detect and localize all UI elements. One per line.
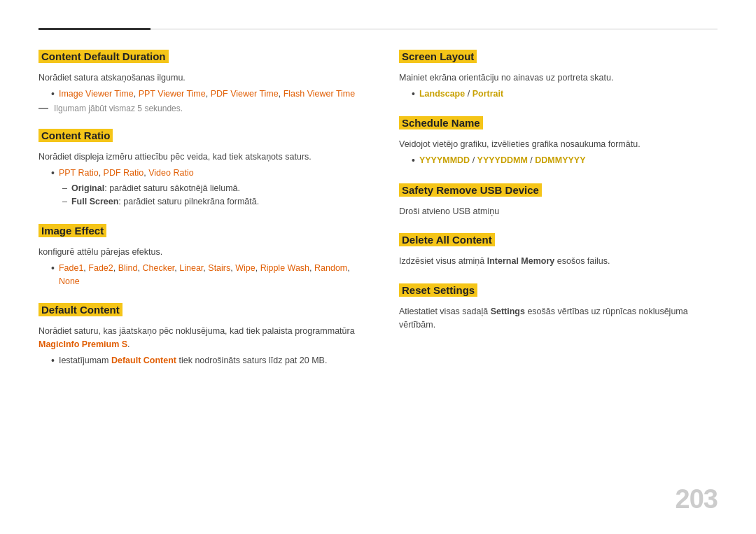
bullet-list-content-default-duration: • Image Viewer Time, PPT Viewer Time, PD… <box>51 87 357 101</box>
section-content-ratio: Content Ratio Norādiet displeja izmēru a… <box>38 129 357 209</box>
sub-text-original: Original: parādiet saturu sākotnējā liel… <box>71 182 240 195</box>
sub-item-original: – Original: parādiet saturu sākotnējā li… <box>62 182 357 195</box>
section-desc-reset-settings: Atiestatiet visas sadaļā Settings esošās… <box>399 305 718 332</box>
section-desc-default-content: Norādiet saturu, kas jāatskaņo pēc noklu… <box>38 325 357 351</box>
section-desc-safety-remove-usb: Droši atvieno USB atmiņu <box>399 205 718 218</box>
bullet-item-ratio: • PPT Ratio, PDF Ratio, Video Ratio <box>51 167 357 181</box>
bullet-dot: • <box>51 87 55 101</box>
bullet-links-screen-layout: Landscape / Portrait <box>419 87 503 101</box>
rule-light <box>150 29 718 29</box>
link-default-content: Default Content <box>111 356 176 365</box>
link-yyyyddmm: YYYYDDMM <box>477 155 528 165</box>
section-schedule-name: Schedule Name Veidojot vietējo grafiku, … <box>399 116 718 167</box>
link-flash-viewer-time: Flash Viewer Time <box>284 89 356 99</box>
bullet-text-default-content: Iestatījumam Default Content tiek nodroš… <box>59 354 327 367</box>
bullet-links: Image Viewer Time, PPT Viewer Time, PDF … <box>59 87 355 101</box>
bullet-item: • Image Viewer Time, PPT Viewer Time, PD… <box>51 87 357 101</box>
right-column: Screen Layout Mainiet ekrāna orientāciju… <box>399 50 718 506</box>
sub-text-fullscreen: Full Screen: parādiet saturu pilnekrāna … <box>71 195 259 209</box>
section-title-schedule-name: Schedule Name <box>399 116 483 129</box>
bullet-dot: • <box>51 354 55 368</box>
section-delete-all-content: Delete All Content Izdzēsiet visus atmiņ… <box>399 233 718 268</box>
sub-list-ratio: – Original: parādiet saturu sākotnējā li… <box>62 182 357 209</box>
link-ppt-viewer-time: PPT Viewer Time <box>139 89 206 99</box>
link-ddmmyyyy: DDMMYYYY <box>535 155 585 165</box>
section-title-delete-all-content: Delete All Content <box>399 233 495 246</box>
note-text-duration: Ilgumam jābūt vismaz 5 sekundes. <box>54 104 183 113</box>
left-column: Content Default Duration Norādiet satura… <box>38 50 357 506</box>
text-settings: Settings <box>491 307 525 316</box>
section-title-image-effect: Image Effect <box>38 224 106 237</box>
bullet-list-schedule-name: • YYYYMMDD / YYYYDDMM / DDMMYYYY <box>412 154 718 168</box>
section-safety-remove-usb: Safety Remove USB Device Droši atvieno U… <box>399 183 718 218</box>
page-number: 203 <box>676 484 718 514</box>
section-title-screen-layout: Screen Layout <box>399 50 477 63</box>
section-desc-screen-layout: Mainiet ekrāna orientāciju no ainavas uz… <box>399 71 718 85</box>
link-magicinfo: MagicInfo Premium S <box>38 339 127 349</box>
section-desc-content-ratio: Norādiet displeja izmēru attiecību pēc v… <box>38 150 357 164</box>
sub-item-fullscreen: – Full Screen: parādiet saturu pilnekrān… <box>62 195 357 209</box>
page-container: Content Default Duration Norādiet satura… <box>0 0 756 534</box>
bullet-item-schedule-name: • YYYYMMDD / YYYYDDMM / DDMMYYYY <box>412 154 718 168</box>
section-default-content: Default Content Norādiet saturu, kas jāa… <box>38 303 357 367</box>
note-dash-icon <box>38 108 48 109</box>
bullet-item-image-effect: • Fade1, Fade2, Blind, Checker, Linear, … <box>51 262 357 288</box>
link-portrait: Portrait <box>472 89 503 99</box>
bullet-links-ratio: PPT Ratio, PDF Ratio, Video Ratio <box>59 167 194 180</box>
section-title-default-content: Default Content <box>38 303 122 316</box>
bullet-list-default-content: • Iestatījumam Default Content tiek nodr… <box>51 354 357 368</box>
top-rule <box>38 28 718 30</box>
bullet-dot: • <box>51 262 55 276</box>
link-ppt-ratio: PPT Ratio <box>59 168 99 178</box>
sub-dash-icon: – <box>62 195 67 209</box>
two-col-layout: Content Default Duration Norādiet satura… <box>38 50 718 506</box>
section-screen-layout: Screen Layout Mainiet ekrāna orientāciju… <box>399 50 718 101</box>
section-title-content-ratio: Content Ratio <box>38 129 113 142</box>
bullet-list-content-ratio: • PPT Ratio, PDF Ratio, Video Ratio – Or… <box>51 167 357 209</box>
link-video-ratio: Video Ratio <box>148 168 193 178</box>
section-desc-delete-all-content: Izdzēsiet visus atmiņā Internal Memory e… <box>399 255 718 268</box>
section-desc-content-default-duration: Norādiet satura atskaņošanas ilgumu. <box>38 71 357 85</box>
sub-dash-icon: – <box>62 182 67 195</box>
rule-dark <box>38 28 150 30</box>
link-pdf-ratio: PDF Ratio <box>104 168 144 178</box>
section-image-effect: Image Effect konfigurē attēlu pārejas ef… <box>38 224 357 288</box>
link-landscape: Landscape <box>419 89 465 99</box>
section-title-safety-remove-usb: Safety Remove USB Device <box>399 183 542 197</box>
bullet-dot: • <box>412 87 415 101</box>
section-content-default-duration: Content Default Duration Norādiet satura… <box>38 50 357 113</box>
bullet-item-default-content: • Iestatījumam Default Content tiek nodr… <box>51 354 357 368</box>
section-desc-image-effect: konfigurē attēlu pārejas efektus. <box>38 246 357 259</box>
bullet-list-screen-layout: • Landscape / Portrait <box>412 87 718 101</box>
link-pdf-viewer-time: PDF Viewer Time <box>211 89 279 99</box>
section-reset-settings: Reset Settings Atiestatiet visas sadaļā … <box>399 283 718 332</box>
bullet-dot: • <box>51 167 55 181</box>
link-yyyymmdd: YYYYMMDD <box>419 155 470 165</box>
bullet-item-screen-layout: • Landscape / Portrait <box>412 87 718 101</box>
link-image-viewer-time: Image Viewer Time <box>59 89 134 99</box>
bullet-list-image-effect: • Fade1, Fade2, Blind, Checker, Linear, … <box>51 262 357 288</box>
note-line-duration: Ilgumam jābūt vismaz 5 sekundes. <box>38 104 357 113</box>
section-title-reset-settings: Reset Settings <box>399 283 477 297</box>
text-internal-memory: Internal Memory <box>487 256 555 266</box>
separator: / <box>468 89 472 99</box>
section-title-content-default-duration: Content Default Duration <box>38 50 169 63</box>
bullet-links-schedule-name: YYYYMMDD / YYYYDDMM / DDMMYYYY <box>419 154 586 167</box>
bullet-links-image-effect: Fade1, Fade2, Blind, Checker, Linear, St… <box>59 262 357 288</box>
bullet-dot: • <box>412 154 415 168</box>
section-desc-schedule-name: Veidojot vietējo grafiku, izvēlieties gr… <box>399 138 718 151</box>
